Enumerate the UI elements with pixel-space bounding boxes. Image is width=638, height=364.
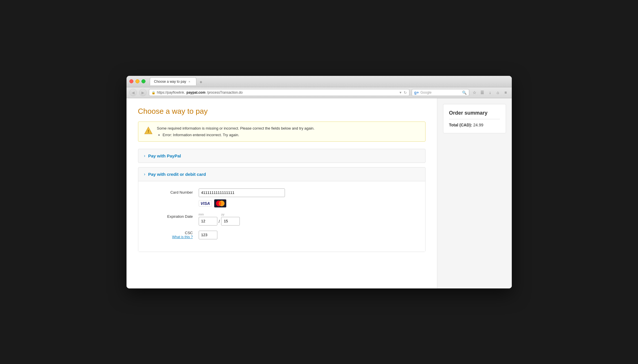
new-tab-button[interactable]: + [198,79,204,85]
back-button[interactable]: ◀ [129,89,137,96]
error-main-message: Some required information is missing or … [157,126,315,130]
nav-icons: ☆ ☰ ↓ ⌂ ≡ [472,89,509,96]
order-total: Total (CAD): 24.99 [449,123,500,127]
card-section-title: Pay with credit or debit card [148,172,206,177]
search-icon[interactable]: 🔍 [462,90,467,95]
card-section-header[interactable]: › Pay with credit or debit card [138,167,425,181]
security-icon: 🔒 [152,91,156,95]
search-placeholder: Google [420,90,460,95]
google-icon: g+ [414,90,419,95]
expiration-row: Expiration Date mm / yy [147,213,417,226]
order-summary: Order summary Total (CAD): 24.99 [443,104,506,133]
expiry-inputs: mm / yy [199,213,240,226]
csc-what-is-this-link[interactable]: What is this ? [147,235,193,239]
tab-title: Choose a way to pay [154,80,186,84]
csc-label-group: CSC What is this ? [147,231,199,239]
expiry-separator: / [219,214,220,224]
traffic-lights [129,79,145,83]
exp-year-group: yy [221,213,240,226]
paypal-section-header[interactable]: › Pay with PayPal [138,149,425,163]
error-text-content: Some required information is missing or … [157,126,315,137]
mastercard-logo [214,199,226,207]
sidebar: Order summary Total (CAD): 24.99 [437,98,512,288]
back-icon: ◀ [132,90,135,95]
tabs-area: Choose a way to pay × + [150,77,509,85]
csc-row: CSC What is this ? [147,231,417,239]
card-number-row: Card Number VISA [147,188,417,207]
visa-logo: VISA [199,200,212,207]
card-number-input[interactable] [199,188,285,197]
home-icon[interactable]: ⌂ [495,89,501,96]
paypal-chevron-icon: › [144,153,145,158]
address-path: /processTransaction.do [207,90,243,95]
exp-year-input[interactable] [221,217,240,226]
exp-month-group: mm [199,213,217,226]
address-dropdown-icon[interactable]: ▼ [399,91,402,94]
total-label: Total (CAD): [449,123,472,127]
error-box: ! Some required information is missing o… [138,122,426,142]
close-button[interactable] [129,79,133,83]
bookmark-icon[interactable]: ☆ [472,89,478,96]
csc-label: CSC [147,231,193,235]
order-summary-title: Order summary [449,110,500,119]
expiration-label: Expiration Date [147,213,199,219]
forward-button[interactable]: ▶ [139,89,147,96]
active-tab[interactable]: Choose a way to pay × [150,77,197,85]
address-bar[interactable]: 🔒 https://payflowlink.paypal.com/process… [149,89,409,96]
total-value: 24.99 [473,123,483,127]
nav-bar: ◀ ▶ 🔒 https://payflowlink.paypal.com/pro… [127,87,512,98]
card-section: › Pay with credit or debit card Card Num… [138,167,426,252]
card-number-field-group: VISA [199,188,285,207]
paypal-section: › Pay with PayPal [138,149,426,163]
expiration-field-group: mm / yy [199,213,240,226]
card-form: Card Number VISA [138,181,425,252]
browser-content: Choose a way to pay ! Some required info… [127,98,512,288]
main-content: Choose a way to pay ! Some required info… [127,98,437,288]
card-chevron-icon: › [144,172,145,176]
paypal-section-title: Pay with PayPal [148,153,181,158]
maximize-button[interactable] [141,79,145,83]
card-number-label: Card Number [147,188,199,194]
address-domain: paypal.com [187,90,206,95]
reading-list-icon[interactable]: ☰ [479,89,486,96]
search-bar[interactable]: g+ Google 🔍 [412,89,469,96]
refresh-icon[interactable]: ↻ [404,90,407,95]
download-icon[interactable]: ↓ [487,89,493,96]
menu-icon[interactable]: ≡ [503,89,509,96]
page-title: Choose a way to pay [138,107,426,116]
exp-month-label: mm [199,213,217,216]
address-prefix: https://payflowlink. [157,90,185,95]
minimize-button[interactable] [135,79,139,83]
warning-icon: ! [144,126,153,135]
exp-month-input[interactable] [199,217,217,226]
csc-input[interactable] [199,231,217,239]
card-logos: VISA [199,199,285,207]
tab-close-button[interactable]: × [189,80,190,83]
exp-year-label: yy [221,213,240,216]
svg-text:!: ! [147,129,149,134]
browser-window: Choose a way to pay × + ◀ ▶ 🔒 https://pa… [127,76,512,288]
title-bar: Choose a way to pay × + [127,76,512,87]
error-list: Error: Information entered incorrect. Tr… [157,133,315,137]
error-list-item: Error: Information entered incorrect. Tr… [163,133,315,137]
forward-icon: ▶ [141,90,144,95]
